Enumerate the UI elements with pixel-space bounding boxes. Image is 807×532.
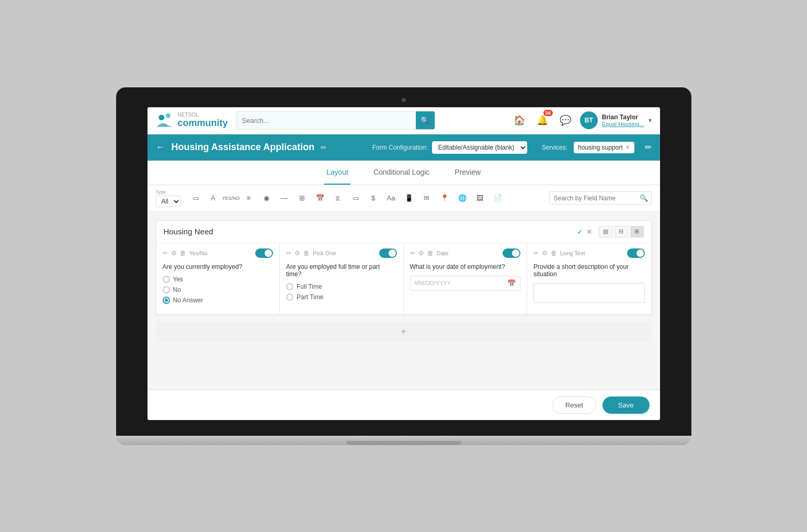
field-type-address[interactable]: 📍 [437,191,452,206]
services-label: Services: [542,144,567,151]
pickone-fulltime: Full Time [286,283,397,290]
calendar-icon: 📅 [507,279,516,287]
field-search-input[interactable] [550,193,636,204]
radio-no: No [163,286,274,293]
long-text-area[interactable] [533,283,645,303]
title-edit-icon[interactable]: ✏ [321,143,327,152]
field-type-date[interactable]: 📅 [313,191,327,206]
field-date-header: ✏ ⚙ 🗑 Date [410,248,521,258]
tab-conditional-logic[interactable]: Conditional Logic [371,161,431,185]
logo-text: community [178,118,228,128]
field-yesno-toggle[interactable] [255,248,273,258]
type-filter: Type All [156,189,181,207]
section-check-icon[interactable]: ✓ [577,228,583,236]
service-tag-text: housing support [578,144,622,151]
laptop-container: NETSOL community 🔍 🏠 🔔 [116,87,691,445]
field-type-currency[interactable]: $ [366,191,381,206]
field-settings-icon[interactable]: ⚙ [171,250,177,257]
field-type-radio[interactable]: ◉ [259,191,274,206]
radio-noanswer: No Answer [163,297,274,304]
field-type-text[interactable]: A [206,191,221,206]
home-icon-btn[interactable]: 🏠 [511,112,528,129]
service-tag-close-icon[interactable]: ✕ [625,144,630,151]
section-close-icon[interactable]: ✕ [586,228,593,236]
config-select[interactable]: Editable/Assignable (blank) [432,141,527,154]
field-type-number[interactable]: ▭ [348,191,363,206]
field-type-web[interactable]: 🌐 [455,191,470,206]
field-yesno-question: Are you currently employed? [163,263,274,270]
field-type-phone[interactable]: 📱 [402,191,416,206]
field-pickone-type-label: Pick One [313,250,376,256]
section-title: Housing Need [164,227,577,236]
field-type-time[interactable]: ⧖ [331,191,345,206]
field-type-document[interactable]: 📄 [491,191,505,206]
notifications-btn[interactable]: 🔔 34 [534,112,551,129]
field-date-toggle[interactable] [503,248,520,258]
pickone-parttime: Part Time [286,293,397,301]
field-type-image[interactable]: 🖼 [473,191,487,206]
field-type-longtext[interactable]: Aa [384,191,399,206]
app-header: NETSOL community 🔍 🏠 🔔 [147,107,660,134]
form-footer: Reset Save [147,390,660,420]
radio-noanswer-circle[interactable] [163,297,170,304]
fields-row: ✏ ⚙ 🗑 Yes/No Are you currently employed?… [156,243,651,314]
user-name: Brian Taylor [602,114,644,121]
section-block: Housing Need ✓ ✕ ▤ ⊟ ⊞ [156,220,652,315]
field-type-bar: Type All ▭ A YES/NO ≡ ◉ — ⊞ 📅 ⧖ ▭ $ Aa 📱… [147,185,660,212]
field-pickone-delete-icon[interactable]: 🗑 [303,250,310,257]
radio-yes-label: Yes [173,276,184,283]
field-search[interactable]: 🔍 [549,191,652,205]
pickone-fulltime-circle[interactable] [286,283,293,290]
field-longtext-toggle[interactable] [627,248,645,258]
field-longtext-delete-icon[interactable]: 🗑 [551,250,557,257]
field-pickone-edit-icon[interactable]: ✏ [286,250,291,257]
field-date-settings-icon[interactable]: ⚙ [418,250,424,257]
layout-4col-btn[interactable]: ⊞ [630,226,644,237]
field-card-longtext: ✏ ⚙ 🗑 Long Text Provide a short descript… [527,243,651,314]
field-type-checklist[interactable]: ≡ [242,191,256,206]
radio-no-circle[interactable] [163,286,170,293]
chat-btn[interactable]: 💬 [557,112,574,129]
field-yesno-header: ✏ ⚙ 🗑 Yes/No [163,248,274,258]
user-subtitle: Equal Housing... [602,121,644,127]
search-bar[interactable]: 🔍 [236,111,435,130]
notification-badge: 34 [543,110,553,116]
form-header: ← Housing Assistance Application ✏ Form … [147,134,660,161]
save-button[interactable]: Save [603,397,650,414]
service-tag: housing support ✕ [574,142,634,153]
add-row-bar[interactable]: + [156,321,652,343]
date-input[interactable]: MM/DD/YYYY 📅 [410,276,521,291]
radio-yes-circle[interactable] [163,276,170,283]
main-content: Housing Need ✓ ✕ ▤ ⊟ ⊞ [147,212,660,390]
search-button[interactable]: 🔍 [416,111,435,129]
user-menu[interactable]: BT Brian Taylor Equal Housing... ▾ [580,111,652,129]
field-delete-icon[interactable]: 🗑 [180,250,186,257]
field-type-divider[interactable]: — [277,191,292,206]
field-pickone-settings-icon[interactable]: ⚙ [294,250,300,257]
search-input[interactable] [237,114,416,128]
field-longtext-type-label: Long Text [560,250,624,256]
reset-button[interactable]: Reset [552,397,596,414]
radio-no-label: No [173,286,181,293]
back-button[interactable]: ← [156,142,165,153]
logo-sub: NETSOL [178,112,228,118]
field-type-grid[interactable]: ⊞ [295,191,310,206]
field-date-edit-icon[interactable]: ✏ [410,250,415,257]
layout-2col-btn[interactable]: ⊟ [615,226,628,237]
field-longtext-settings-icon[interactable]: ⚙ [542,250,548,257]
field-pickone-toggle[interactable] [379,248,397,258]
type-select[interactable]: All [156,196,181,207]
pickone-parttime-circle[interactable] [286,293,293,301]
field-edit-icon[interactable]: ✏ [163,250,168,257]
field-type-singleline[interactable]: ▭ [188,191,203,206]
header-edit-button[interactable]: ✏ [645,142,652,152]
tab-preview[interactable]: Preview [452,161,483,185]
field-longtext-edit-icon[interactable]: ✏ [533,250,539,257]
field-date-delete-icon[interactable]: 🗑 [427,250,434,257]
field-card-pickone: ✏ ⚙ 🗑 Pick One Are you employed full tim… [280,243,404,314]
field-type-email[interactable]: ✉ [419,191,434,206]
tab-layout[interactable]: Layout [324,161,350,185]
field-type-yesno[interactable]: YES/NO [224,191,238,206]
type-label: Type [156,189,181,195]
layout-1col-btn[interactable]: ▤ [599,226,612,237]
